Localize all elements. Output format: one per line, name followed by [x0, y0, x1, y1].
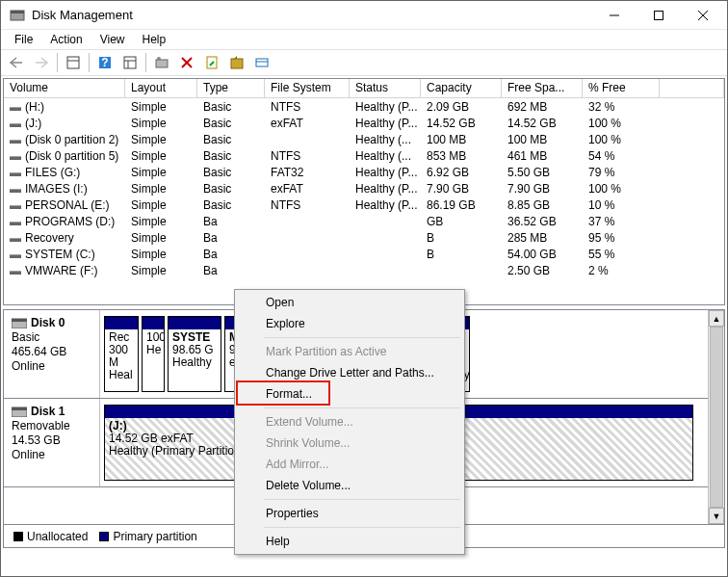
- maximize-button[interactable]: [637, 1, 681, 30]
- disk-name: Disk 1: [31, 405, 65, 418]
- forward-button[interactable]: [30, 52, 53, 73]
- col-capacity[interactable]: Capacity: [421, 79, 502, 97]
- context-menu-item[interactable]: Properties: [237, 503, 462, 524]
- drive-icon: ▬: [10, 133, 21, 146]
- scroll-down-button[interactable]: ▼: [709, 508, 724, 524]
- svg-text:?: ?: [101, 56, 108, 69]
- col-layout[interactable]: Layout: [125, 79, 197, 97]
- cell-status: Healthy (P...: [350, 100, 421, 114]
- volume-row[interactable]: ▬(Disk 0 partition 2)SimpleBasicHealthy …: [4, 131, 724, 147]
- disk-label[interactable]: Disk 1Removable14.53 GBOnline: [4, 399, 100, 486]
- show-hide-pane-button[interactable]: [62, 52, 85, 73]
- cell-capacity: 853 MB: [421, 149, 502, 163]
- svg-rect-13: [156, 60, 168, 67]
- app-icon: [9, 7, 26, 24]
- cell-fs: NTFS: [265, 198, 350, 212]
- volume-list[interactable]: Volume Layout Type File System Status Ca…: [3, 78, 725, 305]
- cell-capacity: 86.19 GB: [421, 198, 502, 212]
- minimize-button[interactable]: [592, 1, 637, 30]
- volume-box-info: 100He: [143, 329, 164, 358]
- scroll-thumb[interactable]: [710, 327, 723, 508]
- volume-row[interactable]: ▬PERSONAL (E:)SimpleBasicNTFSHealthy (P.…: [4, 197, 724, 213]
- drive-icon: ▬: [10, 166, 21, 179]
- col-type[interactable]: Type: [197, 79, 265, 97]
- drive-icon: ▬: [10, 149, 21, 163]
- volume-box-header: [169, 317, 221, 329]
- col-status[interactable]: Status: [350, 79, 421, 97]
- cell-capacity: B: [421, 248, 502, 261]
- cell-pctfree: 2 %: [583, 264, 660, 277]
- col-fs[interactable]: File System: [265, 79, 350, 97]
- cell-layout: Simple: [125, 117, 197, 130]
- volume-row[interactable]: ▬SYSTEM (C:)SimpleBaB54.00 GB55 %: [4, 246, 724, 262]
- context-menu[interactable]: OpenExploreMark Partition as ActiveChang…: [234, 289, 465, 555]
- volume-row[interactable]: ▬(H:)SimpleBasicNTFSHealthy (P...2.09 GB…: [4, 98, 724, 115]
- rescan-button[interactable]: [225, 52, 248, 73]
- cell-layout: Simple: [125, 182, 197, 196]
- menu-help[interactable]: Help: [135, 32, 174, 47]
- context-menu-item[interactable]: Explore: [237, 313, 462, 334]
- cell-capacity: GB: [421, 215, 502, 228]
- cell-status: Healthy (P...: [350, 117, 421, 130]
- cell-pctfree: 55 %: [583, 248, 660, 261]
- svg-rect-3: [655, 11, 663, 19]
- col-free[interactable]: Free Spa...: [502, 79, 583, 97]
- action-button[interactable]: [250, 52, 273, 73]
- cell-fs: exFAT: [265, 117, 350, 130]
- cell-fs: FAT32: [265, 166, 350, 179]
- volume-name: (J:): [25, 117, 41, 130]
- close-button[interactable]: [681, 1, 725, 30]
- context-menu-item[interactable]: Help: [237, 531, 462, 552]
- view-settings-button[interactable]: [118, 52, 142, 73]
- volume-name: Recovery: [25, 231, 74, 245]
- properties-button[interactable]: [200, 52, 223, 73]
- volume-name: SYSTEM (C:): [25, 248, 95, 261]
- back-button[interactable]: [5, 52, 28, 73]
- context-menu-item[interactable]: Format...: [237, 383, 462, 405]
- cell-layout: Simple: [125, 149, 197, 163]
- menu-view[interactable]: View: [92, 32, 133, 47]
- help-button[interactable]: ?: [93, 52, 117, 73]
- scroll-track[interactable]: [709, 327, 724, 508]
- cell-status: Healthy (...: [350, 133, 421, 146]
- separator: [145, 53, 146, 72]
- title-bar[interactable]: Disk Management: [1, 1, 727, 30]
- col-extra[interactable]: [660, 79, 724, 97]
- volume-row[interactable]: ▬VMWARE (F:)SimpleBa2.50 GB2 %: [4, 262, 724, 278]
- context-menu-item[interactable]: Change Drive Letter and Paths...: [237, 362, 462, 383]
- volume-box[interactable]: SYSTE98.65 GHealthy: [168, 316, 221, 392]
- disk-type: Basic: [12, 330, 91, 344]
- vertical-scrollbar[interactable]: ▲ ▼: [708, 310, 724, 524]
- svg-rect-24: [12, 407, 27, 410]
- cell-free: 461 MB: [502, 149, 583, 163]
- svg-rect-1: [11, 11, 24, 13]
- menu-action[interactable]: Action: [42, 32, 90, 47]
- volume-row[interactable]: ▬IMAGES (I:)SimpleBasicexFATHealthy (P..…: [4, 180, 724, 197]
- volume-row[interactable]: ▬FILES (G:)SimpleBasicFAT32Healthy (P...…: [4, 164, 724, 180]
- cell-free: 2.50 GB: [502, 264, 583, 277]
- context-menu-item[interactable]: Delete Volume...: [237, 475, 462, 496]
- svg-rect-19: [256, 59, 268, 66]
- disk-name: Disk 0: [31, 316, 65, 329]
- cell-layout: Simple: [125, 133, 197, 146]
- cell-free: 692 MB: [502, 100, 583, 114]
- col-volume[interactable]: Volume: [4, 79, 125, 97]
- cell-type: Ba: [197, 264, 265, 277]
- volume-row[interactable]: ▬RecoverySimpleBaB285 MB95 %: [4, 229, 724, 246]
- volume-box[interactable]: Rec300 MHeal: [104, 316, 139, 392]
- delete-button[interactable]: [175, 52, 198, 73]
- volume-name: FILES (G:): [25, 166, 80, 179]
- menu-file[interactable]: File: [7, 32, 40, 47]
- cell-layout: Simple: [125, 248, 197, 261]
- volume-row[interactable]: ▬PROGRAMS (D:)SimpleBaGB36.52 GB37 %: [4, 213, 724, 229]
- disk-label[interactable]: Disk 0Basic465.64 GBOnline: [4, 310, 100, 398]
- context-menu-item[interactable]: Open: [237, 292, 462, 313]
- scroll-up-button[interactable]: ▲: [709, 310, 724, 327]
- col-pctfree[interactable]: % Free: [583, 79, 660, 97]
- cell-pctfree: 54 %: [583, 149, 660, 163]
- volume-row[interactable]: ▬(Disk 0 partition 5)SimpleBasicNTFSHeal…: [4, 147, 724, 164]
- volume-row[interactable]: ▬(J:)SimpleBasicexFATHealthy (P...14.52 …: [4, 115, 724, 131]
- context-menu-item: Extend Volume...: [237, 411, 462, 433]
- volume-box[interactable]: 100He: [142, 316, 165, 392]
- refresh-button[interactable]: [150, 52, 173, 73]
